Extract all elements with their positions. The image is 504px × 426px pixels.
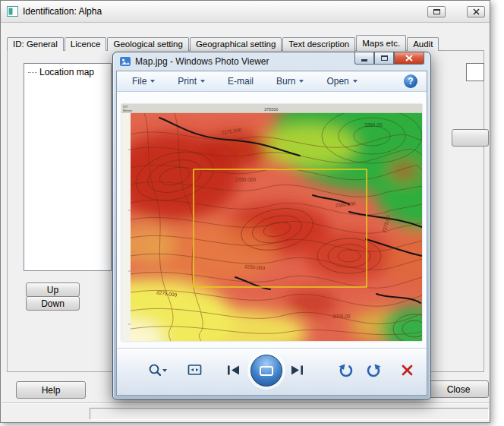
tab-maps-etc[interactable]: Maps etc.: [356, 35, 406, 51]
tab-id-general[interactable]: ID: General: [7, 37, 64, 51]
list-item-label: Location map: [39, 67, 94, 77]
svg-text:3350.00: 3350.00: [364, 122, 383, 128]
chevron-down-icon: [353, 80, 358, 83]
dialog-title: Identification: Alpha: [23, 6, 102, 17]
maximize-button[interactable]: [427, 6, 446, 17]
minimize-icon: [361, 59, 367, 62]
image-area: X/Y Metres 375000: [117, 92, 427, 348]
menu-print[interactable]: Print: [178, 76, 205, 87]
down-button[interactable]: Down: [26, 296, 80, 311]
close-dialog-button[interactable]: Close: [428, 380, 489, 398]
map-image-svg: X/Y Metres 375000: [121, 104, 422, 341]
magnifier-icon: [147, 362, 167, 379]
chevron-down-icon: [299, 80, 304, 83]
help-button[interactable]: Help: [16, 381, 86, 399]
close-icon: [405, 55, 413, 62]
svg-text:375000: 375000: [264, 107, 278, 112]
previous-button[interactable]: [226, 364, 241, 376]
previous-icon: [226, 364, 241, 376]
svg-text:Metres: Metres: [123, 109, 132, 112]
tab-geographical-setting[interactable]: Geographical setting: [190, 37, 282, 51]
help-button[interactable]: ?: [404, 74, 417, 88]
close-button[interactable]: [467, 6, 485, 17]
delete-button[interactable]: [401, 364, 414, 377]
chevron-down-icon: [200, 80, 205, 83]
status-bar: [90, 408, 489, 420]
minimize-button[interactable]: [354, 52, 374, 65]
map-image: X/Y Metres 375000: [121, 104, 422, 341]
zoom-button[interactable]: [147, 362, 167, 379]
up-button[interactable]: Up: [26, 282, 80, 297]
app-icon: [7, 6, 18, 17]
viewer-toolbar: [117, 348, 427, 395]
list-item-location-map[interactable]: Location map: [27, 67, 109, 77]
close-button[interactable]: [394, 52, 424, 65]
tab-text-description[interactable]: Text description: [282, 37, 355, 51]
next-button[interactable]: [290, 364, 304, 376]
photo-viewer-window: Map.jpg - Windows Photo Viewer File: [112, 52, 431, 399]
chevron-down-icon: [162, 369, 167, 372]
menu-burn[interactable]: Burn: [276, 76, 304, 87]
photo-viewer-titlebar[interactable]: Map.jpg - Windows Photo Viewer: [113, 52, 430, 71]
location-map-list[interactable]: Location map: [24, 63, 112, 271]
photo-viewer-body: File Print E-mail Burn Open ?: [116, 71, 427, 396]
photo-viewer-icon: [120, 57, 131, 66]
tab-licence[interactable]: Licence: [65, 37, 107, 51]
slideshow-icon: [260, 366, 273, 376]
svg-text:3000.00: 3000.00: [332, 314, 351, 319]
tab-audit[interactable]: Audit: [407, 37, 439, 51]
maximize-button[interactable]: [374, 52, 394, 65]
maximize-icon: [433, 9, 440, 14]
rotate-counterclockwise-button[interactable]: [337, 361, 355, 378]
maximize-icon: [381, 55, 388, 61]
dialog-titlebar[interactable]: Identification: Alpha: [1, 1, 490, 23]
menu-file[interactable]: File: [132, 76, 155, 87]
next-icon: [290, 364, 304, 376]
rotate-cw-icon: [364, 361, 383, 378]
partial-icon-button[interactable]: [466, 63, 484, 81]
menu-bar: File Print E-mail Burn Open ?: [117, 71, 427, 92]
close-icon: [473, 8, 480, 15]
tree-branch: [28, 72, 37, 73]
tab-bar: ID: General Licence Geological setting G…: [7, 35, 439, 51]
tab-geological-setting[interactable]: Geological setting: [107, 37, 188, 51]
play-slideshow-button[interactable]: [250, 355, 282, 387]
partial-button[interactable]: [452, 129, 489, 147]
divider: [2, 402, 490, 404]
photo-viewer-title: Map.jpg - Windows Photo Viewer: [135, 56, 269, 67]
menu-email[interactable]: E-mail: [228, 76, 254, 87]
rotate-ccw-icon: [337, 361, 355, 378]
svg-text:2350.000: 2350.000: [235, 177, 256, 182]
actual-size-icon: [187, 363, 203, 377]
delete-icon: [401, 364, 414, 377]
chevron-down-icon: [150, 80, 155, 83]
actual-size-button[interactable]: [187, 363, 203, 377]
menu-open[interactable]: Open: [326, 76, 357, 87]
rotate-clockwise-button[interactable]: [364, 361, 383, 378]
